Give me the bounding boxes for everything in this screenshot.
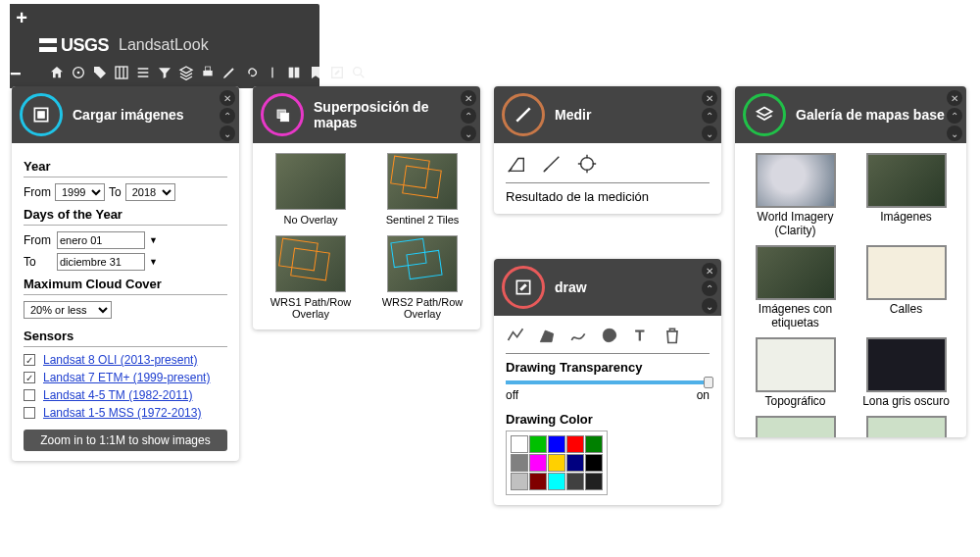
transparency-label: Drawing Transparency bbox=[506, 360, 710, 375]
transparency-slider[interactable] bbox=[506, 380, 710, 384]
book-icon[interactable] bbox=[286, 65, 302, 80]
basemap-option[interactable]: Imágenes con etiquetas bbox=[747, 245, 844, 329]
draw-delete-icon[interactable] bbox=[662, 326, 682, 345]
expand-icon[interactable]: ⌄ bbox=[947, 126, 962, 141]
draw-icon bbox=[502, 266, 545, 309]
draw-polygon-icon[interactable] bbox=[537, 326, 557, 345]
close-icon[interactable]: ✕ bbox=[702, 263, 717, 278]
color-swatch[interactable] bbox=[566, 454, 584, 472]
year-from-select[interactable]: 1999 bbox=[55, 183, 105, 201]
day-to-select[interactable] bbox=[57, 253, 145, 271]
app-title: LandsatLook bbox=[119, 36, 209, 54]
svg-text:T: T bbox=[635, 327, 644, 343]
expand-icon[interactable]: ⌄ bbox=[702, 126, 717, 141]
color-swatch[interactable] bbox=[529, 435, 547, 453]
search-icon[interactable] bbox=[351, 65, 367, 80]
grid-icon[interactable] bbox=[114, 65, 129, 80]
collapse-icon[interactable]: ⌃ bbox=[220, 108, 235, 124]
filter-icon[interactable] bbox=[157, 65, 172, 80]
tag-icon[interactable] bbox=[92, 65, 108, 80]
zoom-message-button[interactable]: Zoom in to 1:1M to show images bbox=[24, 430, 227, 451]
color-swatch[interactable] bbox=[548, 473, 565, 490]
svg-point-9 bbox=[353, 68, 361, 76]
print-icon[interactable] bbox=[200, 65, 216, 80]
collapse-icon[interactable]: ⌃ bbox=[702, 280, 717, 296]
bookmark-icon[interactable] bbox=[308, 65, 323, 80]
panel-title: draw bbox=[555, 279, 587, 295]
basemap-option[interactable] bbox=[858, 416, 955, 437]
sliders-icon[interactable] bbox=[135, 65, 151, 80]
basemap-option[interactable]: World Imagery (Clarity) bbox=[747, 153, 844, 237]
measure-location-icon[interactable] bbox=[576, 153, 598, 175]
map-overlay-panel: Superposición de mapas ✕ ⌃ ⌄ No OverlayS… bbox=[253, 86, 480, 329]
overlay-option[interactable]: No Overlay bbox=[265, 153, 357, 226]
color-swatch[interactable] bbox=[585, 454, 603, 472]
color-swatch[interactable] bbox=[548, 435, 565, 453]
color-swatch[interactable] bbox=[511, 473, 528, 490]
edit-icon[interactable] bbox=[329, 65, 345, 80]
color-swatch[interactable] bbox=[585, 435, 603, 453]
sensor-checkbox[interactable] bbox=[24, 354, 35, 366]
color-swatch[interactable] bbox=[585, 473, 603, 490]
color-swatch[interactable] bbox=[529, 473, 547, 490]
layers-icon[interactable] bbox=[178, 65, 194, 80]
close-icon[interactable]: ✕ bbox=[461, 90, 476, 106]
expand-icon[interactable]: ⌄ bbox=[461, 126, 476, 141]
svg-rect-2 bbox=[116, 67, 127, 78]
draw-text-icon[interactable]: T bbox=[631, 326, 651, 345]
basemap-option[interactable]: Lona gris oscuro bbox=[858, 337, 955, 408]
collapse-icon[interactable]: ⌃ bbox=[702, 108, 717, 124]
color-swatch[interactable] bbox=[548, 454, 565, 472]
color-swatch[interactable] bbox=[511, 454, 528, 472]
sensor-link[interactable]: Landsat 1-5 MSS (1972-2013) bbox=[43, 406, 201, 420]
close-icon[interactable]: ✕ bbox=[220, 90, 235, 106]
expand-icon[interactable]: ⌄ bbox=[702, 298, 717, 314]
overlay-option[interactable]: WRS2 Path/Row Overlay bbox=[376, 235, 468, 320]
cloud-cover-select[interactable]: 20% or less bbox=[24, 301, 112, 319]
color-swatch[interactable] bbox=[566, 435, 584, 453]
collapse-icon[interactable]: ⌃ bbox=[461, 108, 476, 124]
draw-polyline-icon[interactable] bbox=[506, 326, 525, 345]
zoom-in-button[interactable]: + bbox=[10, 4, 33, 31]
measure-icon bbox=[502, 93, 545, 136]
usgs-logo: USGS bbox=[39, 35, 109, 56]
color-swatch[interactable] bbox=[529, 454, 547, 472]
draw-freehand-icon[interactable] bbox=[568, 326, 588, 345]
sensor-checkbox[interactable] bbox=[24, 407, 35, 419]
info-icon[interactable] bbox=[265, 65, 280, 80]
sensor-link[interactable]: Landsat 7 ETM+ (1999-present) bbox=[43, 371, 210, 384]
overlay-option[interactable]: Sentinel 2 Tiles bbox=[376, 153, 468, 226]
draw-blob-icon[interactable] bbox=[600, 326, 619, 345]
zoom-out-button[interactable]: − bbox=[10, 59, 22, 88]
target-icon[interactable] bbox=[71, 65, 86, 80]
overlay-option[interactable]: WRS1 Path/Row Overlay bbox=[265, 235, 357, 320]
measure-distance-icon[interactable] bbox=[541, 153, 563, 175]
expand-icon[interactable]: ⌄ bbox=[220, 126, 235, 141]
home-icon[interactable] bbox=[49, 65, 65, 80]
days-label: Days of the Year bbox=[24, 207, 227, 222]
load-images-panel: Cargar imágenes ✕ ⌃ ⌄ Year From 1999 To … bbox=[12, 86, 239, 461]
sensor-link[interactable]: Landsat 8 OLI (2013-present) bbox=[43, 353, 197, 367]
basemap-option[interactable]: Topográfico bbox=[747, 337, 844, 408]
basemap-gallery-panel: Galería de mapas base ✕ ⌃ ⌄ World Imager… bbox=[735, 86, 966, 437]
basemap-option[interactable]: Imágenes bbox=[858, 153, 955, 237]
basemap-option[interactable]: Calles bbox=[858, 245, 955, 329]
svg-point-14 bbox=[581, 158, 594, 171]
sensor-checkbox[interactable] bbox=[24, 372, 35, 383]
sensor-checkbox[interactable] bbox=[24, 389, 35, 401]
basemap-option[interactable] bbox=[747, 416, 844, 437]
pencil-icon[interactable] bbox=[221, 65, 237, 80]
color-swatch[interactable] bbox=[511, 435, 528, 453]
day-from-select[interactable] bbox=[57, 231, 145, 249]
collapse-icon[interactable]: ⌃ bbox=[947, 108, 962, 124]
sensor-link[interactable]: Landsat 4-5 TM (1982-2011) bbox=[43, 388, 193, 402]
svg-rect-4 bbox=[205, 67, 210, 71]
measure-area-icon[interactable] bbox=[506, 153, 527, 175]
color-label: Drawing Color bbox=[506, 412, 710, 427]
link-icon[interactable] bbox=[243, 65, 259, 80]
app-header: + USGS LandsatLook − bbox=[10, 4, 319, 88]
close-icon[interactable]: ✕ bbox=[947, 90, 962, 106]
year-to-select[interactable]: 2018 bbox=[125, 183, 175, 201]
close-icon[interactable]: ✕ bbox=[702, 90, 717, 106]
color-swatch[interactable] bbox=[566, 473, 584, 490]
